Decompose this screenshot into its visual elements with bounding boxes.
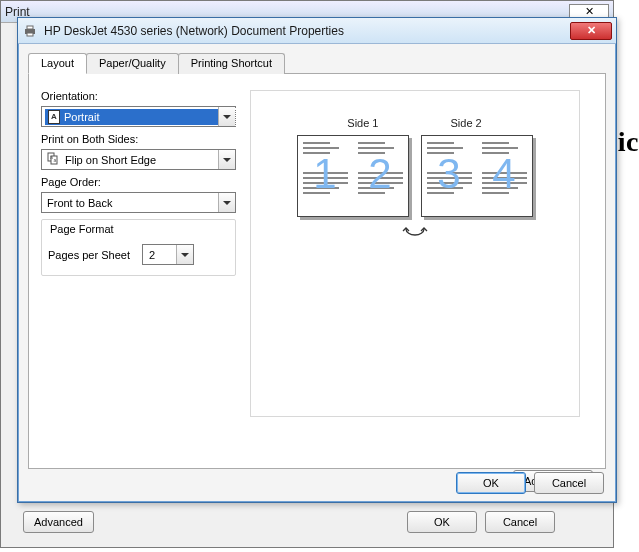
print-preview: Side 1 Side 2 1 2 bbox=[250, 90, 580, 417]
printer-icon bbox=[22, 23, 38, 39]
close-icon: ✕ bbox=[587, 24, 596, 37]
svg-rect-2 bbox=[27, 33, 33, 36]
page-number: 4 bbox=[477, 150, 532, 198]
side1-label: Side 1 bbox=[347, 117, 378, 129]
flip-short-edge-icon: aa bbox=[47, 152, 59, 168]
side2-label: Side 2 bbox=[451, 117, 482, 129]
background-text: ic bbox=[618, 126, 639, 158]
tab-paper-quality[interactable]: Paper/Quality bbox=[86, 53, 179, 74]
pageorder-label: Page Order: bbox=[41, 176, 236, 188]
svg-rect-1 bbox=[27, 26, 33, 29]
print-cancel-button[interactable]: Cancel bbox=[485, 511, 555, 533]
cancel-button[interactable]: Cancel bbox=[534, 472, 604, 494]
preview-sheet-front: 1 2 bbox=[297, 135, 409, 217]
duplex-value: Flip on Short Edge bbox=[65, 154, 156, 166]
duplex-label: Print on Both Sides: bbox=[41, 133, 236, 145]
pages-per-sheet-label: Pages per Sheet bbox=[48, 249, 130, 261]
duplex-combo[interactable]: aa Flip on Short Edge bbox=[41, 149, 236, 170]
print-advanced-button[interactable]: Advanced bbox=[23, 511, 94, 533]
chevron-down-icon[interactable] bbox=[218, 107, 235, 126]
page-format-group: Page Format Pages per Sheet 2 bbox=[41, 219, 236, 276]
pages-per-sheet-combo[interactable]: 2 bbox=[142, 244, 194, 265]
ok-button[interactable]: OK bbox=[456, 472, 526, 494]
print-ok-button[interactable]: OK bbox=[407, 511, 477, 533]
page-number: 2 bbox=[353, 150, 408, 198]
properties-titlebar: HP DeskJet 4530 series (Network) Documen… bbox=[18, 18, 616, 44]
properties-title: HP DeskJet 4530 series (Network) Documen… bbox=[44, 24, 344, 38]
page-number: 3 bbox=[422, 150, 477, 198]
flip-indicator-icon bbox=[251, 225, 579, 241]
pages-per-sheet-value: 2 bbox=[149, 249, 155, 261]
orientation-combo[interactable]: A Portrait bbox=[41, 106, 236, 127]
portrait-icon: A bbox=[48, 110, 60, 124]
tab-printing-shortcut[interactable]: Printing Shortcut bbox=[178, 53, 285, 74]
pageorder-value: Front to Back bbox=[47, 197, 112, 209]
page-number: 1 bbox=[298, 150, 353, 198]
orientation-label: Orientation: bbox=[41, 90, 236, 102]
preview-sheet-back: 3 4 bbox=[421, 135, 533, 217]
tab-layout-content: Orientation: A Portrait Print on Both Si… bbox=[28, 74, 606, 469]
pageorder-combo[interactable]: Front to Back bbox=[41, 192, 236, 213]
tab-bar: Layout Paper/Quality Printing Shortcut bbox=[28, 52, 606, 74]
properties-close-button[interactable]: ✕ bbox=[570, 22, 612, 40]
orientation-value: Portrait bbox=[64, 111, 99, 123]
tab-layout[interactable]: Layout bbox=[28, 53, 87, 74]
page-format-title: Page Format bbox=[48, 221, 229, 237]
properties-dialog: HP DeskJet 4530 series (Network) Documen… bbox=[17, 17, 617, 503]
chevron-down-icon[interactable] bbox=[218, 193, 235, 212]
chevron-down-icon[interactable] bbox=[218, 150, 235, 169]
chevron-down-icon[interactable] bbox=[176, 245, 193, 264]
svg-text:a: a bbox=[54, 157, 57, 163]
